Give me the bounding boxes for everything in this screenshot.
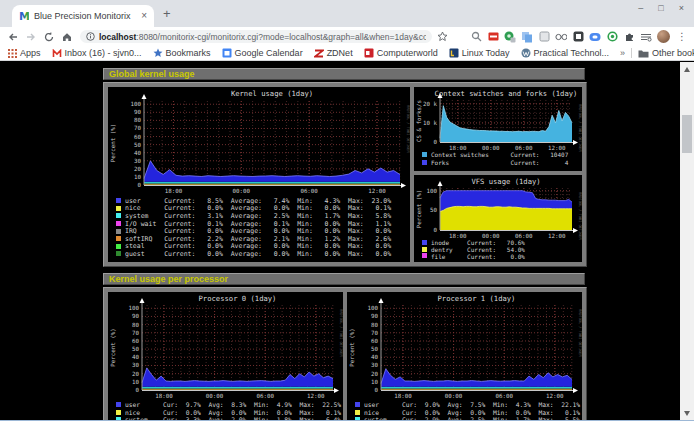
star-icon xyxy=(153,48,163,58)
legend-color-swatch xyxy=(355,402,360,407)
dark-square-icon[interactable] xyxy=(572,31,584,43)
green-ring-icon[interactable] xyxy=(606,31,618,43)
window-minimize-button[interactable]: – xyxy=(638,3,643,13)
privacy-globe-icon[interactable] xyxy=(504,31,516,43)
calendar-icon xyxy=(222,48,232,58)
context-switches-graph[interactable]: 18:0000:0006:0012:00010 k20 kContext swi… xyxy=(414,87,582,171)
svg-text:RRDTOOL / TOBI OETIKER: RRDTOOL / TOBI OETIKER xyxy=(406,105,410,153)
svg-text:00:00: 00:00 xyxy=(233,188,251,194)
legend-text: Context switches Current: 10407 xyxy=(431,151,568,158)
svg-text:50: 50 xyxy=(430,207,437,213)
vfs-usage-graph[interactable]: 18:0000:0006:0012:00050100VFS usage (1da… xyxy=(414,175,582,262)
svg-text:40: 40 xyxy=(132,354,139,360)
tab-close-icon[interactable]: × xyxy=(141,11,147,21)
svg-text:Context switches and forks (1: Context switches and forks (1day) xyxy=(435,89,578,98)
blue-oval-icon[interactable] xyxy=(589,31,601,43)
legend-color-swatch xyxy=(116,198,121,203)
svg-text:80: 80 xyxy=(132,322,139,328)
legend-row: file Current: 0.0% xyxy=(422,253,580,260)
mail-checker-icon[interactable] xyxy=(487,31,499,43)
svg-text:100: 100 xyxy=(129,305,140,311)
bookmark-practical-tech[interactable]: Practical Technol... xyxy=(521,48,609,58)
svg-text:18:00: 18:00 xyxy=(394,393,412,399)
legend-color-swatch xyxy=(116,251,121,256)
glasses-icon[interactable] xyxy=(555,31,567,43)
svg-text:60: 60 xyxy=(371,338,378,344)
tab-strip: M Blue Precision Monitorix × + – □ × xyxy=(0,0,694,27)
bookmark-zdnet[interactable]: ZDNet xyxy=(314,48,353,58)
bookmark-inbox[interactable]: Inbox (16) - sjvn0... xyxy=(52,48,142,58)
legend-row: Forks Current: 4 xyxy=(422,159,580,167)
gmail-icon xyxy=(52,49,62,58)
svg-text:30: 30 xyxy=(371,362,378,368)
scrollbar-thumb[interactable] xyxy=(682,115,692,153)
svg-text:06:00: 06:00 xyxy=(300,188,318,194)
svg-text:0: 0 xyxy=(136,387,140,393)
svg-text:Percent (%): Percent (%) xyxy=(110,124,116,162)
legend-color-swatch xyxy=(116,221,121,226)
svg-text:M: M xyxy=(19,11,29,21)
kernel-usage-graph[interactable]: 18:0000:0006:0012:0001020304050607080901… xyxy=(108,87,410,262)
copy-pages-icon[interactable] xyxy=(521,31,533,43)
svg-text:30: 30 xyxy=(134,158,141,164)
bookmarks-separator xyxy=(631,48,632,58)
computerworld-icon xyxy=(364,48,374,58)
wordpress-icon xyxy=(521,48,531,58)
legend-text: user Cur: 9.7% Avg: 8.3% Min: 4.9% Max: … xyxy=(125,401,341,408)
legend-color-swatch xyxy=(422,247,427,252)
folder-icon xyxy=(638,49,649,58)
url-bar[interactable]: localhost:8080/monitorix-cgi/monitorix.c… xyxy=(80,30,432,43)
legend-text: user Cur: 9.0% Avg: 7.5% Min: 4.3% Max: … xyxy=(364,401,580,408)
processor-0-graph[interactable]: 18:0000:0006:0012:0001020304050607080901… xyxy=(108,292,343,421)
other-bookmarks[interactable]: Other bookmarks xyxy=(638,48,694,58)
vertical-scrollbar[interactable] xyxy=(680,62,694,421)
profile-avatar[interactable] xyxy=(657,30,670,43)
svg-text:10: 10 xyxy=(132,379,139,385)
scrollbar-up-arrow[interactable] xyxy=(684,67,690,72)
svg-text:Kernel usage (1day): Kernel usage (1day) xyxy=(231,89,313,98)
legend-color-swatch xyxy=(116,206,121,211)
bookmark-linux-today[interactable]: Linux Today xyxy=(449,48,510,58)
section-title-per-processor: Kernel usage per processor xyxy=(103,273,585,285)
svg-text:60: 60 xyxy=(134,134,141,140)
svg-text:CS & forks/s: CS & forks/s xyxy=(416,100,422,142)
site-info-icon[interactable] xyxy=(86,32,95,41)
svg-text:50: 50 xyxy=(132,346,139,352)
svg-text:60: 60 xyxy=(132,338,139,344)
bookmark-google-calendar[interactable]: Google Calendar xyxy=(222,48,303,58)
monitorix-page: Global kernel usage 18:0000:0006:0012:00… xyxy=(0,62,694,421)
window-maximize-button[interactable]: □ xyxy=(658,3,663,13)
home-icon[interactable] xyxy=(59,29,74,44)
svg-text:0: 0 xyxy=(138,182,142,188)
global-kernel-frame: 18:0000:0006:0012:0001020304050607080901… xyxy=(103,82,587,267)
processor-1-graph[interactable]: 18:0000:0006:0012:0001020304050607080901… xyxy=(347,292,582,421)
svg-text:30: 30 xyxy=(132,362,139,368)
browser-tab[interactable]: M Blue Precision Monitorix × xyxy=(12,5,154,27)
legend-color-swatch xyxy=(422,253,427,258)
window-close-button[interactable]: × xyxy=(679,3,684,13)
svg-text:100: 100 xyxy=(427,188,438,194)
back-icon[interactable] xyxy=(5,29,20,44)
bookmark-bookmarks[interactable]: Bookmarks xyxy=(153,48,211,58)
svg-text:10 k: 10 k xyxy=(423,120,437,126)
reload-icon[interactable] xyxy=(41,29,56,44)
svg-text:20: 20 xyxy=(134,166,141,172)
forward-icon[interactable] xyxy=(23,29,38,44)
tune-list-icon[interactable] xyxy=(640,31,652,43)
bookmarks-overflow-chevron[interactable]: » xyxy=(620,48,625,58)
svg-text:50: 50 xyxy=(134,142,141,148)
chrome-menu-icon[interactable]: ⋮ xyxy=(675,31,689,42)
search-extension-icon[interactable] xyxy=(470,31,482,43)
per-processor-frame: 18:0000:0006:0012:0001020304050607080901… xyxy=(103,287,587,421)
svg-text:18:00: 18:00 xyxy=(155,393,173,399)
scrollbar-down-arrow[interactable] xyxy=(684,411,690,416)
bookmark-star-icon[interactable] xyxy=(435,29,450,44)
apps-shortcut[interactable]: Apps xyxy=(8,48,41,58)
bookmark-computerworld[interactable]: Computerworld xyxy=(364,48,438,58)
legend-text: file Current: 0.0% xyxy=(431,253,525,260)
gray-box-icon[interactable] xyxy=(538,31,550,43)
legend-color-swatch xyxy=(116,410,121,415)
extensions-puzzle-icon[interactable] xyxy=(623,31,635,43)
new-tab-button[interactable]: + xyxy=(163,6,171,21)
legend-row: Context switches Current: 10407 xyxy=(422,151,580,159)
